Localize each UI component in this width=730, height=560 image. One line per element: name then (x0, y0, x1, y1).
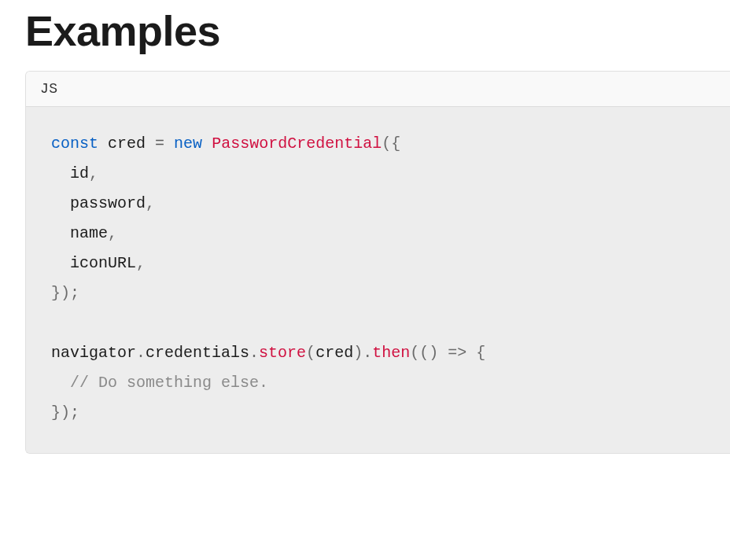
brace-open: { (476, 344, 485, 362)
prop-iconurl: iconURL (70, 254, 136, 272)
dot: . (249, 344, 259, 362)
punct-close-2: }); (51, 403, 79, 422)
prop-password: password (70, 194, 146, 212)
operator-equals: = (155, 134, 164, 153)
class-name: PasswordCredential (212, 134, 382, 153)
section-heading: Examples (0, 0, 730, 63)
method-store: store (259, 344, 306, 362)
paren-open: ( (306, 344, 315, 362)
prop-id: id (70, 164, 89, 182)
arrow: => (448, 344, 466, 362)
keyword-new: new (174, 134, 202, 153)
comma: , (136, 254, 146, 272)
identifier-credentials: credentials (146, 344, 249, 362)
paren-close: ) (353, 344, 363, 362)
punct-open: ({ (382, 134, 400, 153)
punct-close: }); (51, 284, 79, 302)
comment: // Do something else. (70, 374, 268, 392)
prop-name: name (70, 224, 108, 242)
identifier-navigator: navigator (51, 344, 136, 362)
method-then: then (372, 344, 410, 362)
keyword-const: const (51, 134, 98, 153)
code-body: const cred = new PasswordCredential({ id… (26, 107, 730, 453)
arrow-params: (() (410, 344, 438, 362)
dot: . (136, 344, 146, 362)
comma: , (146, 194, 155, 212)
comma: , (89, 164, 98, 182)
identifier-cred: cred (108, 134, 146, 153)
comma: , (108, 224, 117, 242)
code-language-label: JS (26, 72, 730, 107)
arg-cred: cred (315, 344, 353, 362)
dot: . (363, 344, 372, 362)
code-block: JS const cred = new PasswordCredential({… (25, 71, 730, 454)
